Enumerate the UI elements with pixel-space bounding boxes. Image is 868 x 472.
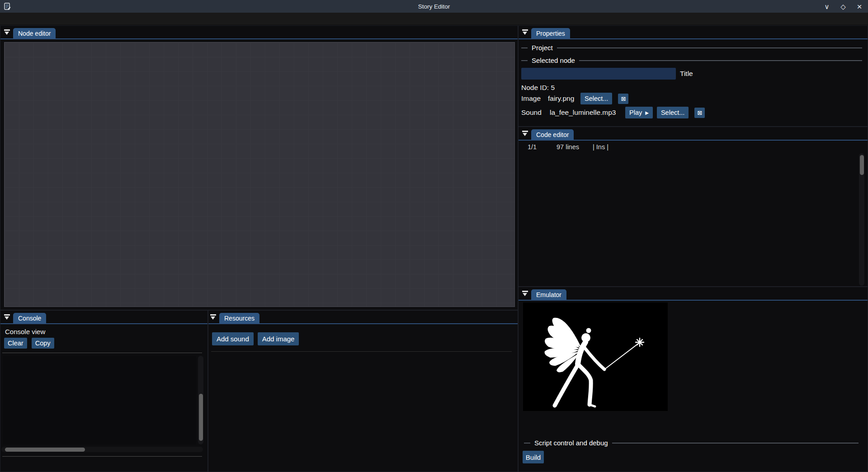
console-vertical-scrollbar[interactable] — [198, 356, 203, 444]
sound-play-button[interactable]: Play ▶ — [625, 107, 653, 118]
insert-mode: | Ins | — [593, 143, 609, 151]
node-editor-tabbar: Node editor — [0, 26, 518, 39]
tab-code-editor[interactable]: Code editor — [531, 129, 574, 140]
section-script-control: Script control and debug — [524, 439, 859, 447]
script-control-label: Script control and debug — [534, 439, 608, 447]
add-sound-button[interactable]: Add sound — [212, 332, 254, 345]
emulator-panel: Emulator Script control and debug Build — [518, 287, 868, 472]
cursor-position: 1/1 — [528, 143, 537, 151]
section-project-label: Project — [532, 44, 553, 52]
divider — [2, 353, 202, 353]
sound-clear-button[interactable]: ⊠ — [694, 108, 705, 118]
title-input[interactable] — [521, 68, 676, 80]
resources-panel: Resources Add sound Add image — [208, 310, 518, 472]
collapse-icon[interactable] — [522, 291, 528, 297]
properties-panel: Properties Project Selected node Title N… — [518, 25, 868, 127]
code-editor-panel: Code editor 1/1 97 lines | Ins | — [518, 127, 868, 287]
collapse-icon[interactable] — [522, 131, 528, 137]
node-id-value: Node ID: 5 — [521, 84, 555, 92]
section-selected-node-label: Selected node — [532, 57, 575, 64]
section-project: Project — [521, 44, 862, 52]
menubar — [0, 13, 868, 25]
code-text-area[interactable] — [519, 153, 858, 286]
image-label: Image — [521, 94, 548, 103]
sound-value: la_fee_luminelle.mp3 — [550, 109, 625, 117]
clear-button[interactable]: Clear — [4, 338, 27, 349]
minimize-icon[interactable]: ∨ — [823, 3, 831, 10]
graph-edges — [5, 42, 515, 307]
sound-label: Sound — [521, 109, 550, 117]
console-scrollbar-thumb[interactable] — [199, 394, 203, 441]
collapse-icon[interactable] — [4, 29, 10, 36]
console-panel: Console Console view Clear Copy — [0, 310, 208, 472]
console-hscrollbar-thumb[interactable] — [5, 448, 85, 452]
node-editor-panel: Node editor — [0, 25, 518, 310]
tab-properties[interactable]: Properties — [531, 28, 570, 38]
code-scrollbar-thumb[interactable] — [860, 155, 864, 175]
tab-emulator[interactable]: Emulator — [531, 289, 566, 300]
maximize-icon[interactable]: ◇ — [839, 3, 847, 10]
resources-table — [211, 351, 512, 352]
code-vertical-scrollbar[interactable] — [859, 153, 864, 286]
fairy-image — [523, 302, 668, 411]
play-icon: ▶ — [645, 110, 649, 115]
collapse-icon[interactable] — [522, 29, 528, 36]
titlebar: Story Editor ∨ ◇ × — [0, 0, 868, 13]
console-horizontal-scrollbar[interactable] — [1, 447, 203, 452]
collapse-icon[interactable] — [210, 314, 216, 321]
image-select-button[interactable]: Select... — [580, 93, 612, 104]
copy-button[interactable]: Copy — [32, 338, 54, 349]
node-id-row: Node ID: 5 — [521, 84, 555, 92]
build-button[interactable]: Build — [523, 451, 544, 463]
tab-console[interactable]: Console — [13, 313, 46, 323]
title-label: Title — [680, 70, 693, 78]
console-log[interactable] — [3, 356, 196, 444]
window-controls: ∨ ◇ × — [823, 0, 863, 13]
sound-select-button[interactable]: Select... — [657, 107, 689, 118]
add-image-button[interactable]: Add image — [258, 332, 299, 345]
collapse-icon[interactable] — [4, 314, 10, 321]
line-count: 97 lines — [557, 143, 579, 151]
tab-node-editor[interactable]: Node editor — [13, 28, 56, 38]
play-label: Play — [629, 109, 642, 116]
node-graph-canvas[interactable] — [4, 42, 515, 307]
image-clear-button[interactable]: ⊠ — [618, 94, 628, 104]
close-icon[interactable]: × — [855, 2, 863, 11]
emulator-screen — [523, 302, 668, 411]
section-selected-node: Selected node — [521, 57, 862, 64]
tab-resources[interactable]: Resources — [219, 313, 259, 323]
divider — [2, 456, 202, 457]
image-value: fairy.png — [548, 94, 580, 103]
console-view-label: Console view — [5, 328, 45, 335]
window-title: Story Editor — [0, 3, 868, 10]
